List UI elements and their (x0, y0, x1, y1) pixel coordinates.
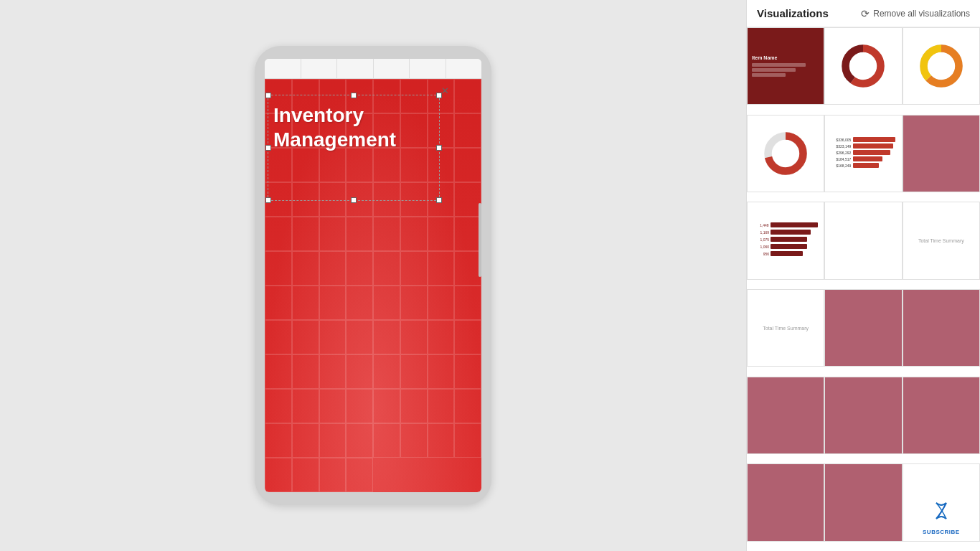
scroll-bar[interactable] (479, 203, 481, 278)
viz-label-9: Total Time Summary (918, 238, 964, 243)
subscribe-icon (930, 500, 952, 526)
viz-thumb-2[interactable] (824, 27, 902, 105)
viz-thumb-8[interactable] (824, 202, 902, 279)
thumb-1-label: Item Name (752, 55, 777, 60)
bv-label-3: $296,292 (831, 151, 851, 155)
inventory-line1: Inventory (273, 104, 364, 126)
hbar-label-1: 1,448 (753, 223, 769, 227)
bv-bar-5 (853, 163, 879, 168)
hbar-label-5: 956 (753, 252, 769, 256)
bv-bar-2 (853, 143, 893, 149)
viz-thumb-15[interactable] (903, 377, 980, 454)
hbar-row-5: 956 (753, 251, 818, 256)
donut-orange-svg (916, 41, 966, 91)
viz-thumb-10[interactable]: Total Time Summary (747, 289, 824, 367)
viz-thumb-17[interactable] (824, 463, 902, 541)
hbar-fill-5 (771, 251, 803, 256)
phone-nav-bar (265, 59, 481, 79)
viz-thumb-3[interactable] (903, 27, 980, 105)
thumb-1-bars (752, 63, 819, 77)
hbar-fill-3 (771, 237, 807, 242)
bv-bar-1 (853, 137, 895, 142)
viz-thumb-4[interactable] (747, 115, 824, 192)
hbar-label-2: 1,169 (753, 230, 769, 235)
phone-mockup: ✕ Inventory Management (255, 46, 491, 505)
viz-grid: Item Name (747, 27, 980, 551)
bv-label-1: $336,005 (831, 138, 851, 142)
nav-col-3 (337, 59, 374, 78)
nav-col-5 (410, 59, 446, 78)
bv-label-5: $168,249 (831, 164, 851, 168)
remove-all-label: Remove all visualizations (873, 9, 970, 19)
visualizations-panel: Visualizations ⟳ Remove all visualizatio… (746, 0, 980, 551)
bv-label-2: $323,149 (831, 144, 851, 149)
bv-bar-3 (853, 150, 890, 155)
bv-row-1: $336,005 (831, 137, 895, 142)
donut-red-svg (838, 41, 888, 91)
viz-thumb-18[interactable]: SUBSCRIBE (903, 463, 980, 541)
viz-thumb-5[interactable]: $336,005 $323,149 $296,292 $184,517 $168… (824, 115, 902, 192)
phone-screen: ✕ Inventory Management (265, 59, 481, 492)
bv-row-4: $184,517 (831, 156, 895, 161)
viz-thumb-7[interactable]: 1,448 1,169 1,075 1,060 956 (747, 202, 824, 279)
viz-thumb-14[interactable] (824, 377, 902, 454)
panel-header: Visualizations ⟳ Remove all visualizatio… (747, 0, 980, 27)
main-area: ✕ Inventory Management (0, 0, 746, 551)
hbar-fill-2 (771, 230, 811, 235)
inventory-line2: Management (273, 128, 396, 151)
panel-title: Visualizations (757, 7, 829, 19)
viz-thumb-9[interactable]: Total Time Summary (903, 202, 980, 279)
bv-bar-4 (853, 156, 882, 161)
viz-thumb-16[interactable] (747, 463, 824, 541)
bv-row-3: $296,292 (831, 150, 895, 155)
bv-label-4: $184,517 (831, 157, 851, 161)
viz-thumb-12[interactable] (903, 289, 980, 367)
hbar-row-1: 1,448 (753, 222, 818, 227)
remove-all-button[interactable]: ⟳ Remove all visualizations (861, 8, 970, 19)
nav-col-2 (301, 59, 338, 78)
inventory-text[interactable]: Inventory Management (273, 103, 396, 151)
viz-thumb-11[interactable] (824, 289, 902, 367)
viz-thumb-6[interactable] (903, 115, 980, 192)
bv-row-5: $168,249 (831, 163, 895, 168)
hbar-fill-1 (771, 222, 819, 227)
viz-thumb-13[interactable] (747, 377, 824, 454)
viz-label-10: Total Time Summary (763, 326, 809, 331)
hbar-row-4: 1,060 (753, 244, 818, 249)
subscribe-label: SUBSCRIBE (923, 529, 960, 535)
viz-thumb-1[interactable]: Item Name (747, 27, 824, 105)
nav-col-6 (446, 59, 482, 78)
hbar-row-3: 1,075 (753, 237, 818, 242)
hbar-row-2: 1,169 (753, 230, 818, 235)
hbar-label-3: 1,075 (753, 237, 769, 242)
nav-col-1 (265, 59, 301, 78)
remove-icon: ⟳ (861, 8, 870, 19)
nav-col-4 (374, 59, 410, 78)
hbar-label-4: 1,060 (753, 245, 769, 249)
donut-single-svg (760, 128, 811, 179)
phone-content: ✕ Inventory Management (265, 79, 481, 492)
bv-row-2: $323,149 (831, 143, 895, 149)
hbar-fill-4 (771, 244, 807, 249)
